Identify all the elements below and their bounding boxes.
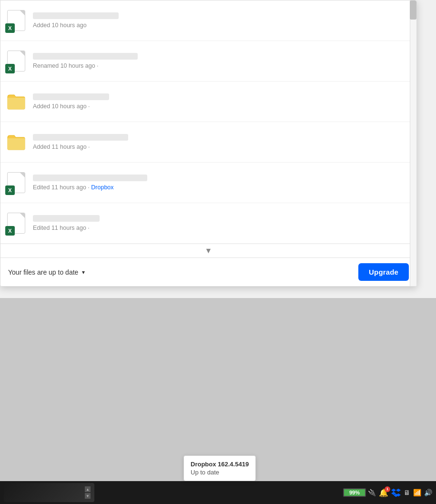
file-icon-container <box>6 92 26 112</box>
tooltip-title: Dropbox 162.4.5419 <box>191 461 249 468</box>
notification-badge: 1 <box>385 486 390 492</box>
status-chevron-icon: ▾ <box>82 269 85 276</box>
list-item[interactable]: Edited 11 hours ago · Dropbox <box>0 163 416 203</box>
file-meta: Renamed 10 hours ago · <box>33 62 407 69</box>
file-meta: Edited 11 hours ago · <box>33 225 407 231</box>
status-left[interactable]: Your files are up to date ▾ <box>8 268 85 276</box>
file-meta: Added 10 hours ago <box>33 22 407 29</box>
status-bar: Your files are up to date ▾ Upgrade <box>0 257 416 286</box>
file-list: Added 10 hours ago Renamed 10 hours ago … <box>0 0 416 244</box>
list-item[interactable]: Renamed 10 hours ago · <box>0 41 416 82</box>
file-info: Edited 11 hours ago · <box>33 215 407 231</box>
taskbar-left: ▲ ▼ <box>4 483 94 502</box>
file-icon-container <box>6 213 26 233</box>
taskbar: ▲ ▼ 99% 🔌 🔔 1 🖥 � <box>0 481 436 504</box>
mini-scrollbar: ▲ ▼ <box>85 486 91 499</box>
dropbox-icon <box>391 488 401 497</box>
excel-file-icon <box>7 10 25 31</box>
file-meta: Edited 11 hours ago · Dropbox <box>33 184 407 191</box>
file-meta: Added 10 hours ago · <box>33 103 407 110</box>
file-meta: Added 11 hours ago · <box>33 144 407 150</box>
app-link[interactable]: Dropbox <box>91 184 113 191</box>
display-icon[interactable]: 🖥 <box>404 489 410 496</box>
scrollbar-thumb[interactable] <box>410 0 416 20</box>
scrollbar-track[interactable] <box>410 0 416 287</box>
file-icon-container <box>6 132 26 152</box>
excel-file-icon <box>7 172 25 193</box>
list-item[interactable]: Added 10 hours ago <box>0 0 416 41</box>
excel-file-icon <box>7 51 25 72</box>
folder-icon <box>7 93 26 110</box>
status-text: Your files are up to date <box>8 268 78 276</box>
list-item[interactable]: Added 11 hours ago · <box>0 122 416 163</box>
folder-icon <box>7 134 26 151</box>
excel-file-icon <box>7 213 25 234</box>
file-info: Renamed 10 hours ago · <box>33 53 407 69</box>
file-info: Added 10 hours ago · <box>33 93 407 110</box>
file-info: Added 10 hours ago <box>33 12 407 29</box>
tooltip-status: Up to date <box>191 469 249 476</box>
notification-icon[interactable]: 🔔 1 <box>379 488 388 497</box>
scroll-down-button[interactable]: ▼ <box>0 244 416 257</box>
taskbar-thumbnail[interactable]: ▲ ▼ <box>4 483 94 502</box>
chevron-down-icon: ▼ <box>205 247 213 255</box>
wifi-icon[interactable]: 📶 <box>413 489 421 496</box>
battery-percentage: 99% <box>344 489 365 496</box>
scroll-up-arrow[interactable]: ▲ <box>85 486 91 492</box>
file-icon-container <box>6 173 26 193</box>
volume-icon[interactable]: 🔊 <box>424 489 432 496</box>
dropbox-panel: Added 10 hours ago Renamed 10 hours ago … <box>0 0 417 287</box>
battery-indicator: 99% 🔌 <box>343 488 376 497</box>
tooltip-box: Dropbox 162.4.5419 Up to date <box>183 455 256 481</box>
list-item[interactable]: Added 10 hours ago · <box>0 82 416 122</box>
file-icon-container <box>6 10 26 31</box>
file-info: Edited 11 hours ago · Dropbox <box>33 175 407 191</box>
file-info: Added 11 hours ago · <box>33 134 407 150</box>
list-item[interactable]: Edited 11 hours ago · <box>0 203 416 244</box>
dropbox-tray-icon[interactable] <box>391 488 401 497</box>
upgrade-button[interactable]: Upgrade <box>358 263 409 281</box>
system-tray: 99% 🔌 🔔 1 🖥 📶 🔊 <box>343 488 432 497</box>
file-icon-container <box>6 51 26 71</box>
power-plug-icon: 🔌 <box>368 489 376 496</box>
battery-bar: 99% <box>343 488 366 497</box>
scroll-down-arrow[interactable]: ▼ <box>85 493 91 499</box>
